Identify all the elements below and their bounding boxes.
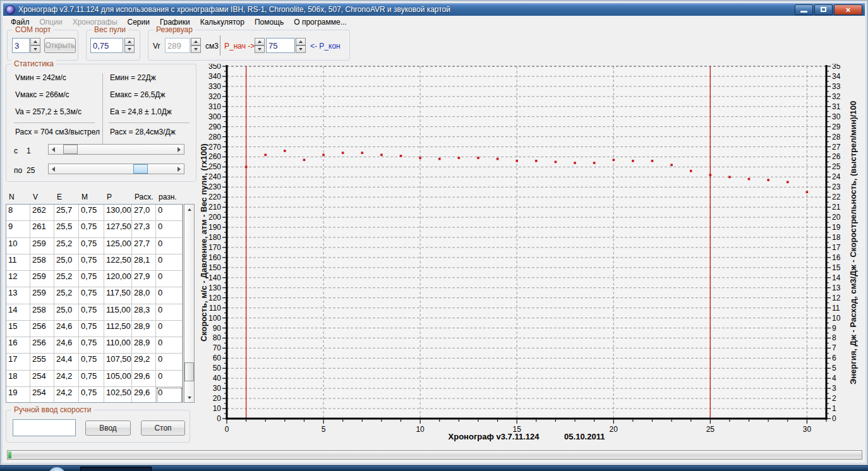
table-cell[interactable]: 25,7 bbox=[54, 205, 79, 221]
table-cell[interactable]: 122,50 bbox=[104, 254, 132, 271]
table-cell[interactable]: 25,2 bbox=[54, 238, 79, 254]
table-cell[interactable]: 28,0 bbox=[132, 287, 156, 304]
table-cell[interactable]: 0,75 bbox=[79, 205, 104, 221]
scroll-up-icon[interactable] bbox=[184, 205, 194, 214]
table-cell[interactable]: 24,2 bbox=[54, 371, 79, 387]
spin-up-icon[interactable] bbox=[255, 38, 265, 45]
table-cell[interactable]: 0 bbox=[156, 387, 183, 403]
table-cell[interactable]: 0 bbox=[156, 321, 183, 337]
table-cell[interactable]: 261 bbox=[30, 221, 54, 237]
table-cell[interactable]: 24,2 bbox=[54, 387, 79, 403]
table-cell[interactable]: 28,9 bbox=[132, 321, 156, 337]
table-cell[interactable]: 28,3 bbox=[132, 304, 156, 321]
table-cell[interactable]: 130,00 bbox=[104, 205, 132, 221]
table-cell[interactable]: 110,00 bbox=[104, 337, 132, 354]
table-cell[interactable]: 102,50 bbox=[104, 387, 132, 403]
p-end-spinner[interactable] bbox=[296, 38, 306, 53]
table-cell[interactable]: 256 bbox=[30, 321, 54, 337]
table-cell[interactable]: 105,00 bbox=[104, 371, 132, 387]
table-cell[interactable]: 0 bbox=[156, 304, 183, 321]
table-cell[interactable]: 25,2 bbox=[54, 287, 79, 304]
open-port-button[interactable]: Открыть bbox=[44, 38, 76, 53]
table-cell[interactable]: 0,75 bbox=[79, 354, 104, 370]
spin-up-icon[interactable] bbox=[30, 38, 40, 45]
table-cell[interactable]: 0,75 bbox=[79, 287, 104, 304]
table-cell[interactable]: 29,6 bbox=[132, 371, 156, 387]
table-cell[interactable]: 14 bbox=[6, 304, 30, 321]
table-cell[interactable]: 0 bbox=[156, 354, 183, 370]
table-cell[interactable]: 17 bbox=[6, 354, 30, 370]
table-cell[interactable]: 15 bbox=[6, 321, 30, 337]
table-cell[interactable]: 117,50 bbox=[104, 287, 132, 304]
spin-down-icon[interactable] bbox=[30, 45, 40, 53]
table-cell[interactable]: 24,6 bbox=[54, 321, 79, 337]
taskbar-window-button[interactable] bbox=[80, 467, 152, 471]
table-cell[interactable]: 0 bbox=[156, 238, 183, 254]
close-button[interactable]: × bbox=[834, 4, 862, 15]
table-cell[interactable]: 29,6 bbox=[132, 387, 156, 403]
slider-right-arrow-icon[interactable] bbox=[174, 145, 184, 154]
table-cell[interactable]: 25,0 bbox=[54, 304, 79, 321]
taskbar[interactable] bbox=[0, 466, 868, 471]
table-cell[interactable]: 120,00 bbox=[104, 271, 132, 287]
shots-table[interactable]: 826225,70,75130,0027,00926125,50,75127,5… bbox=[6, 204, 183, 403]
table-cell[interactable]: 27,9 bbox=[132, 271, 156, 287]
table-cell[interactable]: 258 bbox=[30, 304, 54, 321]
com-port-spinner[interactable] bbox=[30, 38, 40, 53]
table-cell[interactable]: 127,50 bbox=[104, 221, 132, 237]
table-cell[interactable]: 0,75 bbox=[79, 304, 104, 321]
table-cell[interactable]: 28,1 bbox=[132, 254, 156, 271]
table-cell[interactable]: 25,5 bbox=[54, 221, 79, 237]
table-cell[interactable]: 25,2 bbox=[54, 271, 79, 287]
table-cell[interactable]: 9 bbox=[6, 221, 30, 237]
table-scrollbar[interactable] bbox=[184, 204, 195, 403]
slider-left-arrow-icon[interactable] bbox=[49, 164, 58, 174]
table-cell[interactable]: 258 bbox=[30, 254, 54, 271]
title-bar[interactable]: Хронограф v3.7.11.124 для использования … bbox=[3, 3, 865, 16]
table-cell[interactable]: 10 bbox=[6, 238, 30, 254]
table-cell[interactable]: 0,75 bbox=[79, 321, 104, 337]
scrollbar-thumb[interactable] bbox=[184, 362, 194, 381]
slider-thumb[interactable] bbox=[63, 145, 78, 154]
range-to-slider[interactable] bbox=[48, 164, 184, 174]
start-button[interactable] bbox=[48, 467, 66, 471]
table-cell[interactable]: 0 bbox=[156, 287, 183, 304]
spin-down-icon[interactable] bbox=[296, 45, 306, 53]
table-cell[interactable]: 259 bbox=[30, 271, 54, 287]
menu-item-8[interactable]: О программе... bbox=[289, 16, 351, 28]
table-cell[interactable]: 0,75 bbox=[79, 271, 104, 287]
table-cell[interactable]: 27,7 bbox=[132, 238, 156, 254]
stop-button[interactable]: Стоп bbox=[141, 420, 185, 436]
table-cell[interactable]: 25,0 bbox=[54, 254, 79, 271]
spin-up-icon[interactable] bbox=[191, 38, 201, 45]
table-cell[interactable]: 256 bbox=[30, 337, 54, 354]
table-cell[interactable]: 18 bbox=[6, 371, 30, 387]
table-cell[interactable]: 259 bbox=[30, 238, 54, 254]
maximize-button[interactable] bbox=[814, 4, 833, 15]
p-start-spinner[interactable] bbox=[255, 38, 265, 53]
table-cell[interactable]: 11 bbox=[6, 254, 30, 271]
table-cell[interactable]: 0 bbox=[156, 337, 183, 354]
enter-button[interactable]: Ввод bbox=[85, 420, 131, 436]
table-cell[interactable]: 254 bbox=[30, 371, 54, 387]
table-cell[interactable]: 0,75 bbox=[79, 371, 104, 387]
scroll-down-icon[interactable] bbox=[184, 393, 194, 402]
spin-down-icon[interactable] bbox=[255, 45, 265, 53]
table-cell[interactable]: 13 bbox=[6, 287, 30, 304]
spin-down-icon[interactable] bbox=[124, 45, 135, 53]
menu-item-7[interactable]: Помощь bbox=[250, 16, 289, 28]
table-cell[interactable]: 16 bbox=[6, 337, 30, 354]
menu-item-6[interactable]: Калькулятор bbox=[195, 16, 250, 28]
manual-speed-input[interactable] bbox=[13, 419, 76, 436]
table-cell[interactable]: 0 bbox=[156, 371, 183, 387]
bullet-weight-input[interactable] bbox=[90, 38, 123, 53]
table-cell[interactable]: 254 bbox=[30, 387, 54, 403]
table-cell[interactable]: 0,75 bbox=[79, 387, 104, 403]
table-cell[interactable]: 27,0 bbox=[132, 205, 156, 221]
table-cell[interactable]: 24,4 bbox=[54, 354, 79, 370]
table-cell[interactable]: 0,75 bbox=[79, 337, 104, 354]
table-cell[interactable]: 8 bbox=[6, 205, 30, 221]
table-cell[interactable]: 0 bbox=[156, 254, 183, 271]
vr-spinner[interactable] bbox=[191, 38, 201, 53]
table-cell[interactable]: 19 bbox=[6, 387, 30, 403]
